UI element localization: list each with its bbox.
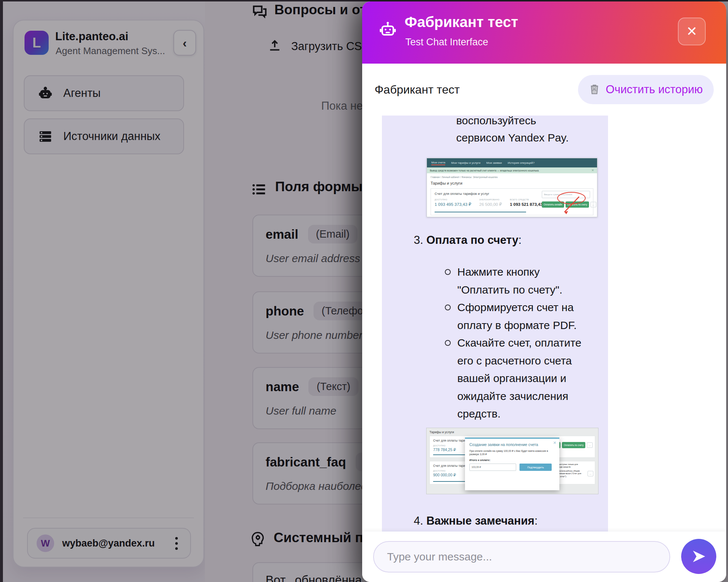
mini-dialog-total-label: Итого к оплате: <box>469 458 555 462</box>
mini-alert-text: Вывод средств возможен только на расчетн… <box>430 169 591 172</box>
mini-nav-item: Мои заявки <box>486 161 502 165</box>
step-4-heading: 4. Важные замечания: <box>414 514 538 528</box>
chat-input-bar <box>362 532 726 582</box>
mini-dialog-title: Создание заявки на пополнение счета <box>469 442 555 447</box>
message-intro: воспользуйтесь сервисом Yandex Pay. <box>456 116 581 146</box>
mini-col-label: ДОСТУПНО <box>433 445 456 447</box>
mini-col-value: 900 000,00 ₽ <box>433 473 456 477</box>
agent-name-label: Фабрикант тест <box>375 83 460 97</box>
mini-underline <box>435 212 526 212</box>
mini-nav-item: История операций? <box>508 161 534 165</box>
mini-breadcrumb: Главная / Личный кабинет / Финансы: Элек… <box>431 176 593 178</box>
chat-title: Фабрикант тест <box>405 14 518 30</box>
mini-confirm-button: Подтвердить <box>519 464 552 471</box>
chat-message-input[interactable] <box>373 541 670 572</box>
assistant-message-bubble: воспользуйтесь сервисом Yandex Pay. Мои … <box>382 116 608 532</box>
mini-body: Главная / Личный кабинет / Финансы: Элек… <box>427 173 597 215</box>
step-3-bullets: Нажмите кнопку "Оплатить по счету". Сфор… <box>382 263 583 423</box>
bullet-item: Сформируется счет на оплату в формате PD… <box>457 299 583 334</box>
mini-account-card: Счет для оплаты тарифов и услуг ДОСТУПНО… <box>431 188 593 215</box>
mini-more-button: ... <box>588 471 593 476</box>
step-colon: : <box>518 234 522 246</box>
bullet-item: Нажмите кнопку "Оплатить по счету". <box>457 263 583 299</box>
mini-nav-item: Мои счета <box>431 161 445 165</box>
mini-close-icon: ✕ <box>591 169 594 172</box>
mini-nav: Мои счета Мои тарифы и услуги Мои заявки… <box>427 158 597 167</box>
mini-col-value: 1 093 521 873,43 ₽ <box>510 202 547 207</box>
mini-more-button: ... <box>587 442 593 448</box>
clear-history-button[interactable]: Очистить историю <box>578 75 714 104</box>
payment-screenshot-2: Тарифы и услуги Счет для оплаты тарифов … <box>426 428 598 494</box>
robot-icon <box>378 19 398 39</box>
clear-history-label: Очистить историю <box>606 83 703 96</box>
mini-close-icon: ✕ <box>553 441 556 445</box>
mini-more-button: ... <box>590 202 596 207</box>
payment-screenshot-1: Мои счета Мои тарифы и услуги Мои заявки… <box>427 158 597 217</box>
mini-topup-dialog: ✕ Создание заявки на пополнение счета Пр… <box>465 438 559 490</box>
mini-col-label: ДОСТУПНО <box>435 199 471 201</box>
bullet-item: Скачайте счет, оплатите его с расчетного… <box>457 334 583 423</box>
step-number: 3. <box>414 234 423 246</box>
mini-title: Тарифы и услуги <box>431 181 593 185</box>
step-title: Важные замечания <box>426 514 534 527</box>
mini-col-value: 1 093 495 373,43 ₽ <box>435 202 471 207</box>
chat-messages: воспользуйтесь сервисом Yandex Pay. Мои … <box>362 116 726 532</box>
mini-alert: Вывод средств возможен только на расчетн… <box>427 167 597 173</box>
mini-col-label: ЗАБЛОКИРОВАНО <box>479 199 502 201</box>
step-title: Оплата по счету <box>426 234 518 246</box>
red-arrow-annotation <box>556 196 582 217</box>
close-button[interactable]: ✕ <box>678 18 706 45</box>
mini-dialog-body: При оплате онлайн на сумму 100,00 ₽ с Ва… <box>469 449 549 456</box>
mini-nav-item: Мои тарифы и услуги <box>451 161 480 165</box>
step-colon: : <box>534 514 538 527</box>
mini-col-value: 26 500,00 ₽ <box>479 202 502 207</box>
mini-pay-invoice-button: Оплатить по счету <box>562 442 585 448</box>
trash-icon <box>589 83 601 96</box>
mini-col-label: ВСЕГО СРЕДСТВ <box>510 199 547 201</box>
chat-header: Фабрикант тест Test Chat Interface ✕ <box>362 1 726 64</box>
mini-dialog-amount-input: 103,09 ₽ <box>469 464 516 471</box>
mini-panel-title: Тарифы и услуги <box>429 430 595 434</box>
mini-col-value: 778 784,25 ₽ <box>433 447 456 452</box>
send-button[interactable] <box>681 539 716 574</box>
chat-subtitle: Test Chat Interface <box>405 37 488 48</box>
close-icon: ✕ <box>686 24 697 39</box>
mini-col-label: ДОСТУПНО <box>433 470 456 472</box>
send-plane-icon <box>691 549 706 564</box>
step-3-heading: 3. Оплата по счету: <box>414 234 522 247</box>
chat-toolbar: Фабрикант тест Очистить историю <box>362 64 726 116</box>
step-number: 4. <box>414 514 423 527</box>
test-chat-modal: Фабрикант тест Test Chat Interface ✕ Фаб… <box>362 1 726 582</box>
